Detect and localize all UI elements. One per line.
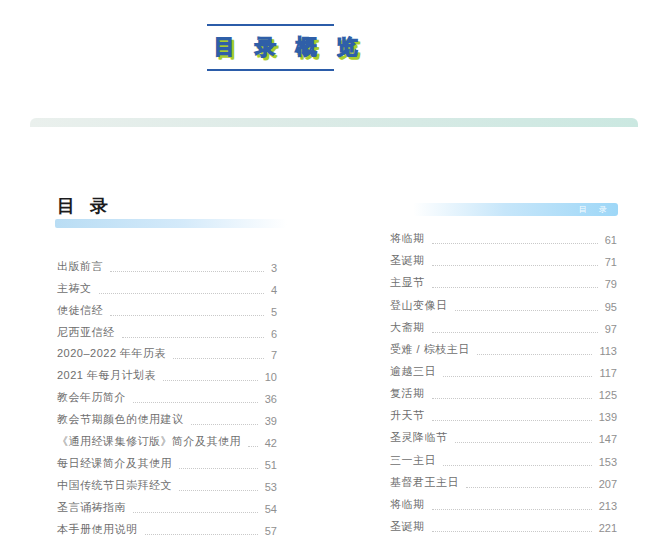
toc-row: 圣言诵祷指南54: [57, 497, 277, 519]
toc-entry-label: 圣诞期: [390, 519, 425, 534]
toc-entry-label: 2021 年每月计划表: [57, 368, 156, 383]
toc-entry-label: 2020–2022 年年历表: [57, 346, 166, 361]
toc-entry-label: 教会节期颜色的使用建议: [57, 412, 184, 427]
toc-row: 逾越三日117: [390, 361, 617, 383]
toc-entry-label: 将临期: [390, 231, 425, 246]
toc-column-left: 出版前言3 主祷文4 使徒信经5 尼西亚信经6 2020–2022 年年历表7 …: [57, 256, 277, 541]
dotted-leader: [110, 271, 264, 272]
toc-page-number: 5: [271, 306, 277, 318]
toc-entry-label: 中国传统节日崇拜经文: [57, 478, 172, 493]
toc-row: 升天节139: [390, 405, 617, 427]
toc-page-number: 42: [265, 437, 277, 449]
toc-entry-label: 《通用经课集修订版》简介及其使用: [57, 434, 241, 449]
toc-entry-label: 三一主日: [390, 453, 436, 468]
toc-page-number: 7: [271, 349, 277, 361]
toc-heading-underline: [55, 219, 287, 228]
toc-page-number: 4: [271, 284, 277, 296]
overview-banner-title: 目 录 概 览: [214, 33, 365, 61]
toc-page-number: 113: [599, 345, 617, 357]
toc-row: 每日经课简介及其使用51: [57, 453, 277, 475]
toc-row: 主显节79: [390, 272, 617, 294]
toc-row: 三一主日153: [390, 449, 617, 471]
toc-entry-label: 教会年历简介: [57, 390, 126, 405]
corner-label: 目 录: [579, 203, 618, 216]
dotted-leader: [455, 310, 598, 311]
dotted-leader: [179, 490, 258, 491]
dotted-leader: [110, 315, 264, 316]
toc-page-number: 71: [605, 256, 617, 268]
toc-row: 复活期125: [390, 383, 617, 405]
toc-row: 大斋期97: [390, 317, 617, 339]
toc-entry-label: 登山变像日: [390, 298, 448, 313]
dotted-leader: [122, 337, 264, 338]
toc-entry-label: 尼西亚信经: [57, 325, 115, 340]
toc-row: 《通用经课集修订版》简介及其使用42: [57, 431, 277, 453]
dotted-leader: [133, 402, 258, 403]
toc-row: 出版前言3: [57, 256, 277, 278]
toc-entry-label: 出版前言: [57, 259, 103, 274]
toc-page-number: 97: [605, 323, 617, 335]
toc-row: 教会节期颜色的使用建议39: [57, 409, 277, 431]
toc-entry-label: 使徒信经: [57, 303, 103, 318]
toc-page-number: 95: [605, 301, 617, 313]
corner-label-bar: 目 录: [413, 203, 618, 216]
toc-entry-label: 受难 / 棕枝主日: [390, 342, 470, 357]
toc-row: 圣诞期71: [390, 250, 617, 272]
toc-entry-label: 逾越三日: [390, 364, 436, 379]
toc-entry-label: 主显节: [390, 275, 425, 290]
toc-page-number: 147: [599, 433, 617, 445]
toc-entry-label: 大斋期: [390, 320, 425, 335]
toc-entry-label: 基督君王主日: [390, 475, 459, 490]
toc-page-number: 57: [265, 525, 277, 537]
dotted-leader: [432, 332, 598, 333]
dotted-leader: [99, 293, 264, 294]
dotted-leader: [432, 509, 592, 510]
toc-page-number: 117: [599, 367, 617, 379]
toc-page-number: 39: [265, 415, 277, 427]
toc-row: 使徒信经5: [57, 300, 277, 322]
dotted-leader: [443, 465, 592, 466]
toc-entry-label: 将临期: [390, 497, 425, 512]
dotted-leader: [443, 376, 592, 377]
toc-page-number: 153: [599, 456, 617, 468]
toc-row: 登山变像日95: [390, 294, 617, 316]
dotted-leader: [432, 243, 598, 244]
dotted-leader: [477, 354, 593, 355]
toc-page-number: 139: [599, 411, 617, 423]
toc-page-number: 221: [599, 522, 617, 534]
dotted-leader: [432, 531, 592, 532]
toc-row: 教会年历简介36: [57, 387, 277, 409]
toc-page-number: 36: [265, 393, 277, 405]
toc-row: 2020–2022 年年历表7: [57, 344, 277, 366]
toc-entry-label: 圣言诵祷指南: [57, 500, 126, 515]
dotted-leader: [248, 446, 258, 447]
dotted-leader: [179, 468, 258, 469]
toc-page-number: 54: [265, 503, 277, 515]
dotted-leader: [163, 380, 258, 381]
toc-entry-label: 本手册使用说明: [57, 522, 138, 537]
dotted-leader: [145, 534, 258, 535]
toc-page-number: 10: [265, 371, 277, 383]
toc-column-right: 将临期61 圣诞期71 主显节79 登山变像日95 大斋期97 受难 / 棕枝主…: [390, 228, 617, 538]
toc-row: 本手册使用说明57: [57, 519, 277, 541]
dotted-leader: [133, 512, 258, 513]
dotted-leader: [173, 358, 264, 359]
toc-row: 圣诞期221: [390, 516, 617, 538]
toc-entry-label: 每日经课简介及其使用: [57, 456, 172, 471]
dotted-leader: [455, 442, 592, 443]
toc-page-number: 51: [265, 459, 277, 471]
toc-row: 中国传统节日崇拜经文53: [57, 475, 277, 497]
toc-entry-label: 主祷文: [57, 281, 92, 296]
document-page: 目 录 概 览 目 录 目 录 出版前言3 主祷文4 使徒信经5 尼西亚信经6 …: [0, 0, 646, 552]
toc-row: 圣灵降临节147: [390, 427, 617, 449]
toc-page-number: 61: [605, 234, 617, 246]
toc-heading: 目 录: [57, 194, 113, 218]
dotted-leader: [432, 420, 592, 421]
toc-page-number: 79: [605, 278, 617, 290]
toc-row: 尼西亚信经6: [57, 322, 277, 344]
toc-page-number: 3: [271, 262, 277, 274]
toc-row: 受难 / 棕枝主日113: [390, 339, 617, 361]
overview-banner: 目 录 概 览: [207, 24, 334, 71]
dotted-leader: [432, 265, 598, 266]
dotted-leader: [432, 287, 598, 288]
